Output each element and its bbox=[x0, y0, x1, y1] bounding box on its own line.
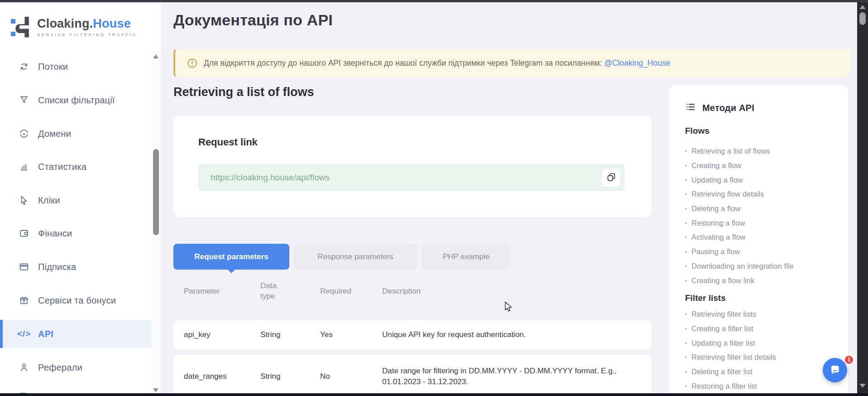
telegram-link[interactable]: @Cloaking_House bbox=[604, 58, 670, 68]
tab-response-parameters[interactable]: Response parameters bbox=[294, 244, 417, 270]
domains-icon: w bbox=[18, 128, 30, 140]
method-link[interactable]: Creating a flow link bbox=[685, 273, 839, 288]
method-link[interactable]: Retrieving flow details bbox=[685, 187, 839, 202]
column-header: Parameter bbox=[184, 287, 260, 296]
sidebar-item-label: Підписка bbox=[38, 262, 76, 272]
filter-icon bbox=[18, 94, 30, 106]
cell-parameter: date_ranges bbox=[184, 372, 260, 381]
sidebar-item-clicks[interactable]: Кліки bbox=[0, 186, 161, 214]
flows-icon bbox=[18, 61, 30, 72]
method-link[interactable]: Deleting a filter list bbox=[685, 365, 839, 379]
methods-list-flows: Retrieving a list of flows Creating a fl… bbox=[685, 144, 839, 288]
brand-tagline: SERVICE FILTERING TRAFFIC bbox=[37, 32, 137, 37]
methods-group-title: Flows bbox=[685, 126, 710, 136]
copy-url-button[interactable] bbox=[602, 169, 620, 187]
method-link[interactable]: Restoring a filter list bbox=[685, 379, 839, 393]
brand-name-dark: Cloaking. bbox=[37, 17, 93, 30]
tab-php-example[interactable]: PHP example bbox=[422, 244, 511, 270]
section-heading: Retrieving a list of flows bbox=[173, 85, 314, 99]
method-link[interactable]: Creating a flow bbox=[685, 159, 839, 173]
brand-logo[interactable]: Cloaking.House SERVICE FILTERING TRAFFIC bbox=[11, 17, 137, 39]
sidebar-item-label: Кліки bbox=[38, 195, 60, 206]
table-header: Parameter Data type Required Description bbox=[173, 279, 652, 304]
statistics-icon bbox=[18, 161, 30, 173]
svg-text:w: w bbox=[22, 132, 26, 136]
methods-group-title: Filter lists bbox=[685, 293, 726, 303]
scrollbar-thumb[interactable] bbox=[859, 12, 866, 25]
sidebar-item-label: Фінанси bbox=[38, 228, 72, 239]
sidebar-item-label: Домени bbox=[38, 129, 71, 139]
sidebar-item-domains[interactable]: w Домени bbox=[0, 120, 161, 148]
sidebar-item-filter-lists[interactable]: Списки фільтрації bbox=[0, 86, 161, 114]
request-url-box: https://cloaking.house/api/flows bbox=[198, 164, 625, 191]
method-link[interactable]: Creating a filter list bbox=[685, 322, 839, 336]
scroll-down-arrow[interactable] bbox=[859, 384, 866, 388]
sidebar-item-label: Списки фільтрації bbox=[38, 95, 115, 106]
table-row: date_ranges String No Date range for fil… bbox=[173, 355, 652, 396]
sidebar-item-label: Сервіси та бонуси bbox=[38, 295, 116, 306]
list-icon bbox=[685, 101, 696, 114]
window-top-edge bbox=[0, 0, 868, 2]
sidebar: Cloaking.House SERVICE FILTERING TRAFFIC… bbox=[0, 2, 161, 393]
sidebar-scrollbar[interactable] bbox=[151, 51, 161, 396]
table-row: api_key String Yes Unique API key for re… bbox=[173, 320, 652, 349]
cell-description: Date range for filtering in DD.MM.YYYY -… bbox=[382, 366, 635, 387]
scroll-up-arrow[interactable] bbox=[153, 54, 158, 58]
request-link-card: Request link https://cloaking.house/api/… bbox=[173, 116, 652, 217]
sidebar-item-label: Статистика bbox=[38, 162, 86, 172]
request-link-title: Request link bbox=[198, 136, 258, 148]
code-icon: </> bbox=[18, 328, 30, 340]
column-header: Description bbox=[382, 287, 635, 296]
sidebar-item-services[interactable]: Сервіси та бонуси bbox=[0, 286, 161, 314]
method-link[interactable]: Restoring a flow bbox=[685, 216, 839, 230]
sidebar-item-finances[interactable]: Фінанси bbox=[0, 219, 161, 247]
method-link[interactable]: Pausing a flow bbox=[685, 245, 839, 259]
sidebar-item-label: Реферали bbox=[38, 362, 82, 373]
column-header: Data type bbox=[260, 281, 320, 302]
api-access-banner: Для відкриття доступу до нашого API звер… bbox=[173, 49, 851, 77]
methods-list-filter-lists: Retrieving filter lists Creating a filte… bbox=[685, 307, 839, 393]
methods-panel-title: Методи API bbox=[702, 103, 754, 113]
app-window: Cloaking.House SERVICE FILTERING TRAFFIC… bbox=[0, 0, 868, 396]
cell-description: Unique API key for request authenticatio… bbox=[382, 329, 635, 340]
chat-unread-badge: 1 bbox=[844, 355, 854, 365]
method-link[interactable]: Retrieving a list of flows bbox=[685, 144, 839, 159]
cell-required: No bbox=[320, 372, 382, 381]
warning-icon bbox=[187, 58, 197, 68]
banner-text: Для відкриття доступу до нашого API звер… bbox=[204, 58, 670, 68]
chat-widget-button[interactable] bbox=[823, 358, 847, 382]
column-header: Required bbox=[320, 287, 382, 296]
clicks-icon bbox=[18, 194, 30, 206]
method-link[interactable]: Retrieving filter lists bbox=[685, 307, 839, 322]
tab-request-parameters[interactable]: Request parameters bbox=[173, 244, 289, 270]
sidebar-item-referrals[interactable]: Реферали bbox=[0, 353, 161, 382]
sidebar-item-api[interactable]: </> API bbox=[0, 320, 161, 348]
brand-logo-icon bbox=[11, 17, 32, 39]
subscription-icon bbox=[18, 261, 30, 273]
scroll-down-arrow[interactable] bbox=[153, 388, 158, 392]
request-url: https://cloaking.house/api/flows bbox=[211, 173, 330, 183]
person-icon bbox=[18, 362, 30, 373]
finances-icon bbox=[18, 227, 30, 239]
scroll-up-arrow[interactable] bbox=[859, 5, 866, 9]
brand-logo-text: Cloaking.House SERVICE FILTERING TRAFFIC bbox=[37, 17, 137, 37]
sidebar-item-flows[interactable]: Потоки bbox=[0, 53, 161, 81]
cell-parameter: api_key bbox=[184, 330, 260, 339]
method-link[interactable]: Retrieving filter list details bbox=[685, 350, 839, 365]
sidebar-item-subscription[interactable]: Підписка bbox=[0, 253, 161, 281]
method-link[interactable]: Downloading an integration file bbox=[685, 259, 839, 274]
sidebar-item-label: Потоки bbox=[38, 62, 68, 72]
cell-data-type: String bbox=[260, 372, 320, 381]
scrollbar-thumb[interactable] bbox=[153, 149, 159, 235]
method-link[interactable]: Activating a flow bbox=[685, 230, 839, 245]
cell-data-type: String bbox=[260, 330, 320, 339]
browser-scrollbar[interactable] bbox=[857, 2, 868, 393]
method-link[interactable]: Deleting a flow bbox=[685, 202, 839, 216]
api-methods-panel: Методи API Flows Retrieving a list of fl… bbox=[669, 85, 848, 396]
page-title: Документація по API bbox=[173, 11, 333, 29]
method-link[interactable]: Updating a flow bbox=[685, 173, 839, 187]
cell-required: Yes bbox=[320, 330, 382, 339]
sidebar-item-statistics[interactable]: Статистика bbox=[0, 153, 161, 181]
brand-name-accent: House bbox=[93, 17, 131, 30]
method-link[interactable]: Updating a filter list bbox=[685, 336, 839, 350]
